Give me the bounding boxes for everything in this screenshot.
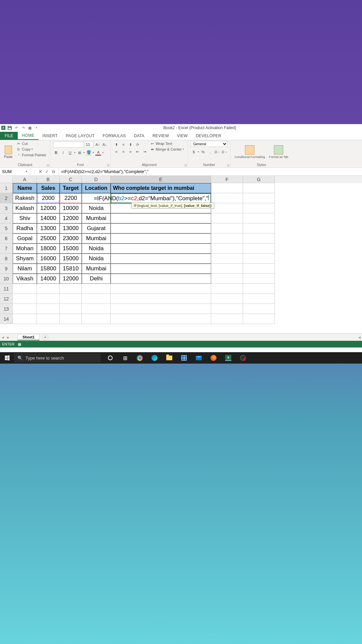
cell-f2[interactable] xyxy=(211,193,243,203)
cell-f7[interactable] xyxy=(211,244,243,254)
qat-more-icon[interactable]: ▦ xyxy=(27,125,32,130)
insert-tab[interactable]: INSERT xyxy=(39,132,62,140)
cell-g11[interactable] xyxy=(243,284,275,294)
orientation-icon[interactable]: ⟳ xyxy=(134,142,140,148)
cell-a2[interactable]: Rakesh xyxy=(13,193,37,203)
cell-c8[interactable]: 15000 xyxy=(60,254,82,264)
col-header-f[interactable]: F xyxy=(211,176,243,183)
cell-c14[interactable] xyxy=(60,314,82,324)
cut-button[interactable]: ✂Cut xyxy=(15,141,48,146)
cell-d1[interactable]: Location xyxy=(82,183,111,193)
cell-b13[interactable] xyxy=(37,304,60,314)
cell-f1[interactable] xyxy=(211,183,243,193)
underline-button[interactable]: U xyxy=(67,150,73,156)
redo-icon[interactable]: ↷ xyxy=(21,125,25,130)
cell-a8[interactable]: Shyam xyxy=(13,254,37,264)
cell-f5[interactable] xyxy=(211,223,243,233)
cell-b9[interactable]: 15800 xyxy=(37,264,60,274)
comma-icon[interactable]: , xyxy=(207,149,213,155)
cell-d12[interactable] xyxy=(82,294,111,304)
inc-indent-icon[interactable]: ⇥ xyxy=(141,149,147,155)
add-sheet-button[interactable]: + xyxy=(42,334,48,340)
cell-g8[interactable] xyxy=(243,254,275,264)
sheet-nav-next-icon[interactable]: ▶ xyxy=(5,336,11,339)
inc-decimal-icon[interactable]: .0← xyxy=(214,149,220,155)
excel-taskbar-button[interactable]: X xyxy=(222,352,235,364)
align-top-icon[interactable]: ⬆ xyxy=(113,142,119,148)
cell-a10[interactable]: Vikash xyxy=(13,274,37,284)
cell-b8[interactable]: 16000 xyxy=(37,254,60,264)
cell-g13[interactable] xyxy=(243,304,275,314)
cell-g14[interactable] xyxy=(243,314,275,324)
row-header-7[interactable]: 7 xyxy=(0,244,13,254)
cell-c9[interactable]: 15810 xyxy=(60,264,82,274)
row-header-9[interactable]: 9 xyxy=(0,264,13,274)
clipboard-launcher-icon[interactable]: ◲ xyxy=(47,164,49,167)
cell-a12[interactable] xyxy=(13,294,37,304)
row-header-6[interactable]: 6 xyxy=(0,233,13,244)
cell-e7[interactable] xyxy=(111,244,211,254)
mail-button[interactable] xyxy=(192,352,205,364)
format-table-button[interactable]: Format as Tab xyxy=(268,141,290,163)
cell-g5[interactable] xyxy=(243,223,275,233)
col-header-a[interactable]: A xyxy=(13,176,37,183)
row-header-2[interactable]: 2 xyxy=(0,193,13,203)
row-header-8[interactable]: 8 xyxy=(0,254,13,264)
macro-record-icon[interactable]: ▦ xyxy=(18,342,21,346)
enter-formula-icon[interactable]: ✓ xyxy=(44,169,50,174)
italic-button[interactable]: I xyxy=(60,150,66,156)
review-tab[interactable]: REVIEW xyxy=(148,132,173,140)
col-header-e[interactable]: E xyxy=(111,176,211,183)
cell-f13[interactable] xyxy=(211,304,243,314)
cell-g10[interactable] xyxy=(243,274,275,284)
cell-f6[interactable] xyxy=(211,233,243,244)
cell-e12[interactable] xyxy=(111,294,211,304)
cell-g12[interactable] xyxy=(243,294,275,304)
cell-g1[interactable] xyxy=(243,183,275,193)
row-header-13[interactable]: 13 xyxy=(0,304,13,314)
cell-b2[interactable]: 2000 xyxy=(37,193,60,203)
search-box[interactable]: 🔍 Type here to search xyxy=(14,353,101,363)
cell-d8[interactable]: Noida xyxy=(82,254,111,264)
cell-a7[interactable]: Mohan xyxy=(13,244,37,254)
row-header-10[interactable]: 10 xyxy=(0,274,13,284)
font-size-select[interactable] xyxy=(85,142,94,148)
row-header-5[interactable]: 5 xyxy=(0,223,13,233)
cell-b14[interactable] xyxy=(37,314,60,324)
col-header-d[interactable]: D xyxy=(82,176,111,183)
cell-a5[interactable]: Radha xyxy=(13,223,37,233)
cell-f11[interactable] xyxy=(211,284,243,294)
align-rt-icon[interactable]: ≡ xyxy=(127,149,133,155)
cell-d6[interactable]: Mumbai xyxy=(82,233,111,244)
cell-d5[interactable]: Gujarat xyxy=(82,223,111,233)
cell-b6[interactable]: 25000 xyxy=(37,233,60,244)
spreadsheet-grid[interactable]: A B C D E F G 1 Name Sales Target Locati… xyxy=(0,176,362,333)
view-tab[interactable]: VIEW xyxy=(173,132,192,140)
cell-f12[interactable] xyxy=(211,294,243,304)
row-header-11[interactable]: 11 xyxy=(0,284,13,294)
cell-e9[interactable] xyxy=(111,264,211,274)
cell-d10[interactable]: Delhi xyxy=(82,274,111,284)
fx-icon[interactable]: fx xyxy=(51,169,57,174)
alignment-launcher-icon[interactable]: ◲ xyxy=(184,164,187,167)
accounting-icon[interactable]: $ xyxy=(191,149,197,155)
cell-d7[interactable]: Noida xyxy=(82,244,111,254)
cell-g9[interactable] xyxy=(243,264,275,274)
align-left-icon[interactable]: ≡ xyxy=(113,149,119,155)
paste-button[interactable]: Paste xyxy=(3,141,14,163)
cancel-formula-icon[interactable]: ✕ xyxy=(37,169,43,174)
data-tab[interactable]: DATA xyxy=(130,132,148,140)
cell-c2[interactable]: 2200 xyxy=(60,193,82,203)
save-icon[interactable]: 💾 xyxy=(7,125,12,130)
obs-button[interactable] xyxy=(237,352,249,364)
cell-d14[interactable] xyxy=(82,314,111,324)
increase-font-icon[interactable]: A↑ xyxy=(95,142,101,148)
cell-e5[interactable] xyxy=(111,223,211,233)
sheet-nav-prev-icon[interactable]: ◀ xyxy=(0,336,5,339)
cell-b5[interactable]: 13000 xyxy=(37,223,60,233)
cell-b12[interactable] xyxy=(37,294,60,304)
cell-g2[interactable] xyxy=(243,193,275,203)
cell-a11[interactable] xyxy=(13,284,37,294)
bold-button[interactable]: B xyxy=(53,150,59,156)
cell-c4[interactable]: 12000 xyxy=(60,213,82,223)
